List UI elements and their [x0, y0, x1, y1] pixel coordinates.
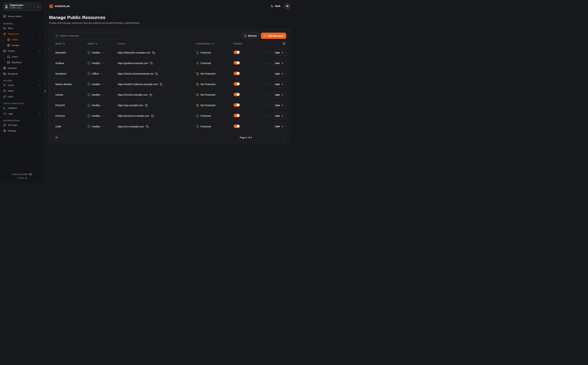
resource-name: Bitwarden [55, 51, 88, 54]
theme-toggle-button[interactable]: Dark [271, 5, 280, 7]
chevrons-left-icon [260, 136, 263, 139]
sidebar-item-users[interactable]: Users [2, 83, 42, 88]
moon-icon [271, 5, 273, 7]
scroll-icon [3, 72, 6, 75]
next-page-button[interactable] [273, 135, 279, 140]
sidebar-item-blueprints[interactable]: Blueprints [2, 71, 42, 76]
page-size-select[interactable]: 20 [53, 134, 65, 140]
edit-button[interactable]: Edit [273, 113, 286, 119]
row-menu-button[interactable] [268, 51, 271, 54]
sidebar-item-roles[interactable]: Roles [2, 88, 42, 93]
status-badge[interactable]: Healthy [88, 114, 118, 117]
first-page-button[interactable] [259, 135, 265, 140]
version-label[interactable]: v1.13.0 [17, 176, 24, 180]
refresh-button[interactable]: Refresh [242, 33, 259, 39]
edit-button[interactable]: Edit [273, 71, 286, 77]
row-menu-button[interactable] [268, 83, 271, 86]
status-badge[interactable]: Healthy [88, 93, 118, 96]
status-badge[interactable]: Healthy [88, 83, 118, 86]
sidebar-item-server-admin[interactable]: Server Admin [2, 14, 42, 19]
edit-button[interactable]: Edit [273, 124, 286, 129]
avatar[interactable]: M [284, 3, 291, 9]
sidebar-item-api-keys[interactable]: API Keys [2, 122, 42, 128]
external-link-icon[interactable] [25, 177, 27, 179]
edit-button[interactable]: Edit [273, 60, 286, 66]
org-selector-label: Organization [10, 4, 35, 7]
copy-icon [155, 72, 158, 75]
authentication-status: Not Protected [196, 72, 234, 75]
chevron-down-icon [102, 115, 104, 117]
resource-name: Proxmox [55, 114, 88, 117]
sidebar-scroll-gutter [44, 0, 49, 182]
enabled-toggle[interactable] [234, 72, 240, 75]
main-content: PANGOLIN Dark M Manage Public Resources … [49, 0, 294, 182]
org-selector[interactable]: Organization ACME Corp. [3, 2, 41, 11]
chevron-up-icon [39, 33, 41, 35]
enabled-toggle[interactable] [234, 82, 240, 86]
resource-url: https://immich.example.com [118, 93, 148, 96]
status-badge[interactable]: Healthy [88, 62, 118, 65]
shield-off-icon [196, 93, 199, 96]
copy-url-button[interactable] [155, 72, 158, 75]
sidebar-item-machines[interactable]: Machines [4, 60, 42, 65]
row-menu-button[interactable] [268, 62, 271, 65]
avatar-initial: M [286, 5, 288, 7]
authentication-status: Not Protected [196, 104, 234, 107]
row-menu-button[interactable] [268, 104, 271, 107]
row-menu-button[interactable] [268, 114, 271, 117]
copy-url-button[interactable] [150, 62, 153, 64]
sidebar-item-links[interactable]: Links [2, 94, 42, 99]
prev-page-button[interactable] [266, 135, 272, 140]
table-row: Immich Healthy https://immich.example.co… [53, 90, 286, 100]
status-badge[interactable]: Offline [88, 72, 118, 75]
enabled-toggle[interactable] [234, 51, 240, 54]
copy-url-button[interactable] [152, 51, 155, 54]
column-header-status[interactable]: Status [88, 42, 118, 45]
search-input[interactable] [60, 34, 117, 37]
add-resource-button[interactable]: Add Resource [261, 33, 286, 39]
edit-button[interactable]: Edit [273, 81, 286, 87]
last-page-button[interactable] [280, 135, 286, 140]
sidebar-item-domains[interactable]: Domains [2, 65, 42, 71]
arrow-right-icon [281, 62, 283, 64]
copy-url-button[interactable] [146, 125, 149, 128]
section-label-access: ACCESS [3, 80, 41, 82]
enabled-toggle[interactable] [234, 125, 240, 128]
status-badge[interactable]: Healthy [88, 125, 118, 128]
enabled-toggle[interactable] [234, 61, 240, 64]
chevron-right-icon [275, 136, 277, 139]
sidebar-item-resources[interactable]: Resources [2, 31, 42, 36]
table-body: Bitwarden Healthy https://bitwarden.exam… [53, 48, 286, 132]
sidebar-item-users[interactable]: Users [4, 54, 42, 59]
edit-button[interactable]: Edit [273, 102, 286, 108]
sidebar-item-sites[interactable]: Sites [2, 26, 42, 31]
sidebar-item-clients[interactable]: Clients [2, 48, 42, 54]
copy-url-button[interactable] [151, 115, 154, 117]
row-menu-button[interactable] [268, 72, 271, 75]
copy-url-button[interactable] [150, 94, 152, 96]
authentication-status: Protected [196, 62, 234, 65]
sidebar-item-public[interactable]: Public [4, 37, 42, 42]
plus-icon [264, 35, 266, 37]
copy-url-button[interactable] [160, 83, 162, 86]
status-badge[interactable]: Healthy [88, 104, 118, 107]
enabled-toggle[interactable] [234, 103, 240, 107]
enabled-toggle[interactable] [234, 93, 240, 96]
sidebar-item-settings[interactable]: Settings [2, 128, 42, 133]
sidebar-item-analytics[interactable]: Analytics [2, 105, 42, 111]
sidebar-scrollbar[interactable] [45, 90, 46, 93]
column-settings-button[interactable] [283, 42, 286, 45]
edit-button[interactable]: Edit [273, 92, 286, 98]
enabled-toggle[interactable] [234, 114, 240, 117]
status-badge[interactable]: Healthy [88, 51, 118, 54]
edit-button[interactable]: Edit [273, 50, 286, 56]
sidebar-item-logs[interactable]: Logs [2, 111, 42, 116]
row-menu-button[interactable] [268, 125, 271, 128]
authentication-status: Protected [196, 125, 234, 128]
row-menu-button[interactable] [268, 93, 271, 96]
sidebar-item-private[interactable]: Private [4, 43, 42, 48]
column-header-name[interactable]: Name [55, 42, 88, 45]
column-header-authentication[interactable]: Authentication [196, 42, 234, 45]
github-icon[interactable] [29, 173, 32, 175]
copy-url-button[interactable] [145, 104, 148, 107]
